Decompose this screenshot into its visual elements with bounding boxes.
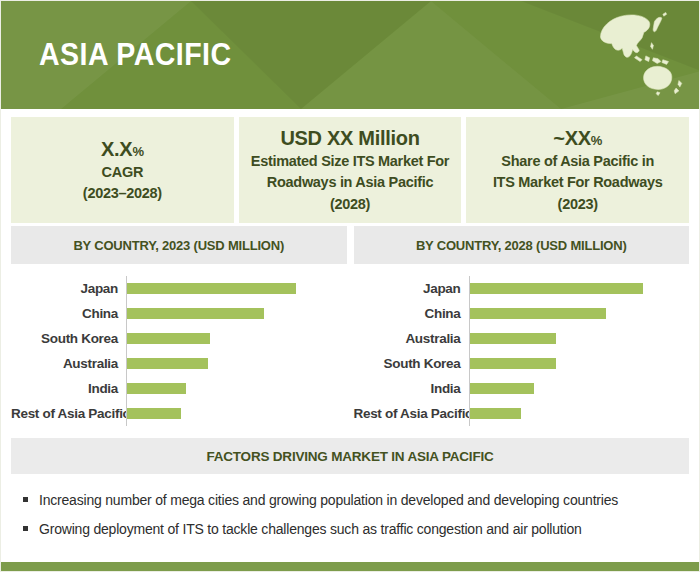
chart-category-label: South Korea [354, 356, 469, 371]
factors-section: FACTORS DRIVING MARKET IN ASIA PACIFIC I… [11, 438, 689, 550]
chart-category-label: India [11, 381, 126, 396]
header-banner: ASIA PACIFIC [1, 1, 700, 109]
stats-row: X.X% CAGR (2023–2028) USD XX Million Est… [11, 117, 689, 223]
chart-title-2028: BY COUNTRY, 2028 (USD MILLION) [354, 226, 690, 264]
chart-row: India [354, 376, 690, 401]
chart-bar [127, 333, 210, 344]
stat-card-market-size: USD XX Million Estimated Size ITS Market… [239, 117, 462, 223]
page-title: ASIA PACIFIC [39, 37, 231, 73]
chart-category-label: India [354, 381, 469, 396]
chart-row: India [11, 376, 347, 401]
stat-card-share: ~XX% Share of Asia Pacific in ITS Market… [466, 117, 689, 223]
chart-bar-track [126, 401, 347, 426]
chart-category-label: South Korea [11, 331, 126, 346]
bar-chart-2023: JapanChinaSouth KoreaAustraliaIndiaRest … [11, 264, 347, 426]
infographic-page: ASIA PACIFIC [0, 0, 700, 572]
stat-label: Share of Asia Pacific in [501, 151, 654, 172]
stat-value: USD XX Million [280, 125, 419, 151]
chart-bar-track [469, 351, 690, 376]
chart-row: Australia [11, 351, 347, 376]
chart-row: South Korea [354, 351, 690, 376]
factors-title: FACTORS DRIVING MARKET IN ASIA PACIFIC [11, 438, 689, 474]
stat-value: ~XX% [553, 125, 602, 151]
chart-bar [470, 308, 607, 319]
chart-bar-track [469, 401, 690, 426]
chart-category-label: Rest of Asia Pacific [11, 406, 126, 421]
chart-title-2023: BY COUNTRY, 2023 (USD MILLION) [11, 226, 347, 264]
chart-bar-track [126, 376, 347, 401]
chart-category-label: Rest of Asia Pacific [354, 406, 469, 421]
chart-bar [127, 408, 181, 419]
asia-pacific-map-icon [591, 5, 695, 103]
stat-period: (2023–2028) [83, 183, 162, 204]
bar-chart-2028: JapanChinaAustraliaSouth KoreaIndiaRest … [354, 264, 690, 426]
stat-card-cagr: X.X% CAGR (2023–2028) [11, 117, 234, 223]
chart-category-label: China [354, 306, 469, 321]
chart-bar [127, 283, 296, 294]
chart-bar [470, 333, 557, 344]
chart-bar-track [469, 326, 690, 351]
chart-bar-track [126, 301, 347, 326]
stat-label: ITS Market For Roadways (2023) [474, 172, 681, 214]
chart-row: Rest of Asia Pacific [354, 401, 690, 426]
chart-category-label: Australia [11, 356, 126, 371]
chart-bar [470, 408, 522, 419]
chart-bar-track [469, 301, 690, 326]
chart-bar-track [469, 276, 690, 301]
footer-accent-bar [1, 562, 700, 571]
chart-bar [470, 383, 534, 394]
stat-label: Roadways in Asia Pacific (2028) [247, 172, 454, 214]
chart-bar-track [126, 351, 347, 376]
chart-bar-track [126, 276, 347, 301]
chart-row: South Korea [11, 326, 347, 351]
chart-row: China [354, 301, 690, 326]
chart-category-label: Australia [354, 331, 469, 346]
chart-bar-track [469, 376, 690, 401]
chart-bar-track [126, 326, 347, 351]
chart-bar [127, 308, 264, 319]
stat-label: CAGR [102, 162, 144, 183]
stat-label: Estimated Size ITS Market For [251, 151, 449, 172]
charts-row: BY COUNTRY, 2023 (USD MILLION) JapanChin… [11, 226, 689, 426]
chart-bar [470, 283, 643, 294]
chart-bar [127, 358, 208, 369]
stat-value: X.X% [101, 136, 144, 162]
chart-category-label: Japan [354, 281, 469, 296]
chart-row: Japan [11, 276, 347, 301]
chart-row: Japan [354, 276, 690, 301]
chart-row: Rest of Asia Pacific [11, 401, 347, 426]
chart-category-label: Japan [11, 281, 126, 296]
chart-panel-2028: BY COUNTRY, 2028 (USD MILLION) JapanChin… [354, 226, 690, 426]
chart-category-label: China [11, 306, 126, 321]
chart-panel-2023: BY COUNTRY, 2023 (USD MILLION) JapanChin… [11, 226, 347, 426]
factor-item: Growing deployment of ITS to tackle chal… [23, 521, 689, 537]
chart-row: Australia [354, 326, 690, 351]
chart-bar [127, 383, 186, 394]
factor-item: Increasing number of mega cities and gro… [23, 492, 689, 508]
chart-row: China [11, 301, 347, 326]
chart-bar [470, 358, 557, 369]
factors-list: Increasing number of mega cities and gro… [11, 492, 689, 537]
